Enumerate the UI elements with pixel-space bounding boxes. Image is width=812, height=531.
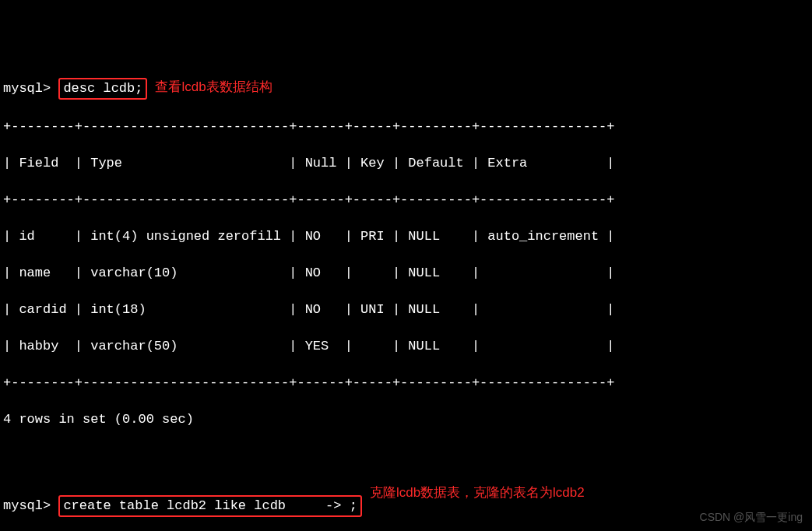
watermark: CSDN @风雪一更ing bbox=[700, 508, 803, 527]
cmd-create-table-end: ; bbox=[350, 498, 357, 513]
prompt-line-2: mysql> create table lcdb2 like lcdb -> ;… bbox=[3, 484, 809, 517]
annotation-1: 查看lcdb表数据结构 bbox=[155, 78, 272, 97]
rows-summary: 4 rows in set (0.00 sec) bbox=[3, 410, 809, 429]
table-row: | id | int(4) unsigned zerofill | NO | P… bbox=[3, 227, 809, 246]
cmd-desc-lcdb: desc lcdb; bbox=[63, 81, 142, 96]
table-border: +--------+--------------------------+---… bbox=[3, 191, 809, 209]
table-row: | cardid | int(18) | NO | UNI | NULL | | bbox=[3, 301, 809, 319]
highlight-box-cmd1: desc lcdb; bbox=[58, 78, 147, 100]
prompt-line-1: mysql> desc lcdb;查看lcdb表数据结构 bbox=[3, 78, 809, 100]
table-row: | habby | varchar(50) | YES | | NULL | | bbox=[3, 337, 809, 356]
cmd-create-table: create table lcdb2 like lcdb bbox=[63, 498, 286, 513]
table-row: | name | varchar(10) | NO | | NULL | | bbox=[3, 264, 809, 283]
continuation-prompt: -> bbox=[294, 498, 341, 513]
table-border: +--------+--------------------------+---… bbox=[3, 374, 809, 392]
table-border: +--------+--------------------------+---… bbox=[3, 118, 809, 136]
mysql-prompt: mysql> bbox=[3, 498, 51, 513]
annotation-2: 克隆lcdb数据表，克隆的表名为lcdb2 bbox=[370, 484, 585, 502]
highlight-box-cmd2: create table lcdb2 like lcdb -> ; bbox=[58, 495, 361, 517]
table-header: | Field | Type | Null | Key | Default | … bbox=[3, 154, 809, 173]
mysql-prompt: mysql> bbox=[3, 81, 51, 96]
